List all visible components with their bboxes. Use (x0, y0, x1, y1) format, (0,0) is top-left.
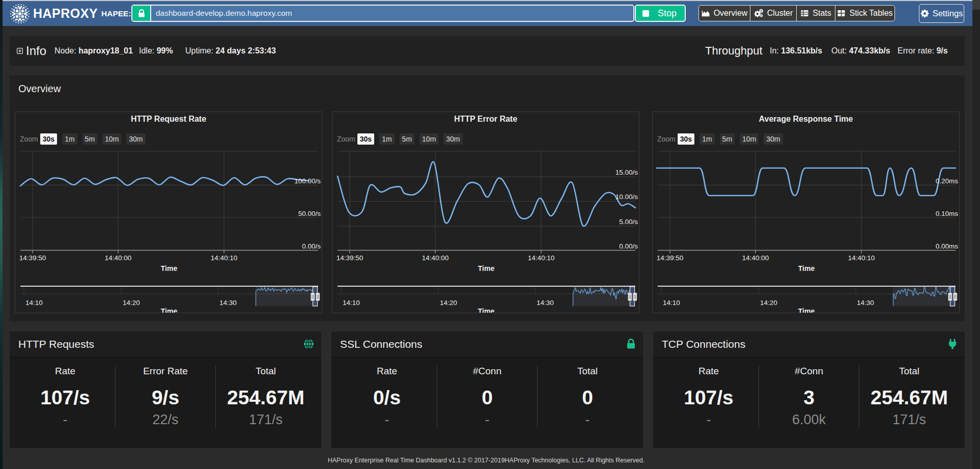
svg-text:14:39:50: 14:39:50 (337, 254, 363, 262)
svg-text:15.00/s: 15.00/s (615, 169, 638, 176)
svg-text:100.00/s: 100.00/s (294, 177, 321, 185)
svg-text:0.00/s: 0.00/s (619, 242, 638, 250)
svg-text:Time: Time (798, 264, 815, 272)
svg-text:Time: Time (798, 307, 815, 313)
svg-text:Time: Time (161, 264, 178, 272)
svg-text:14:10: 14:10 (663, 299, 680, 307)
svg-text:50.00/s: 50.00/s (298, 210, 321, 217)
svg-text:14:30: 14:30 (219, 299, 237, 307)
svg-text:14:20: 14:20 (123, 299, 140, 307)
svg-text:14:20: 14:20 (760, 299, 777, 307)
svg-text:Time: Time (161, 307, 178, 313)
svg-text:0.00ms: 0.00ms (936, 242, 959, 250)
svg-text:14:30: 14:30 (857, 299, 874, 307)
svg-text:10.00/s: 10.00/s (615, 193, 638, 201)
svg-text:14:40:00: 14:40:00 (422, 254, 449, 262)
svg-text:14:39:50: 14:39:50 (657, 254, 684, 262)
svg-text:14:40:10: 14:40:10 (211, 254, 238, 262)
svg-text:14:10: 14:10 (25, 299, 43, 307)
svg-text:Time: Time (478, 307, 495, 313)
svg-text:5.00/s: 5.00/s (619, 218, 638, 226)
svg-text:14:20: 14:20 (440, 299, 457, 307)
svg-text:Time: Time (478, 264, 495, 272)
svg-text:14:39:50: 14:39:50 (19, 254, 46, 262)
svg-text:0.00/s: 0.00/s (302, 242, 321, 250)
svg-text:14:40:00: 14:40:00 (105, 254, 132, 262)
svg-text:14:10: 14:10 (343, 299, 360, 307)
svg-text:14:40:10: 14:40:10 (848, 254, 875, 262)
svg-text:14:40:10: 14:40:10 (528, 254, 555, 262)
svg-text:14:30: 14:30 (537, 299, 554, 307)
svg-text:0.10ms: 0.10ms (936, 210, 959, 217)
svg-text:14:40:00: 14:40:00 (742, 254, 769, 262)
svg-text:0.20ms: 0.20ms (936, 177, 959, 185)
